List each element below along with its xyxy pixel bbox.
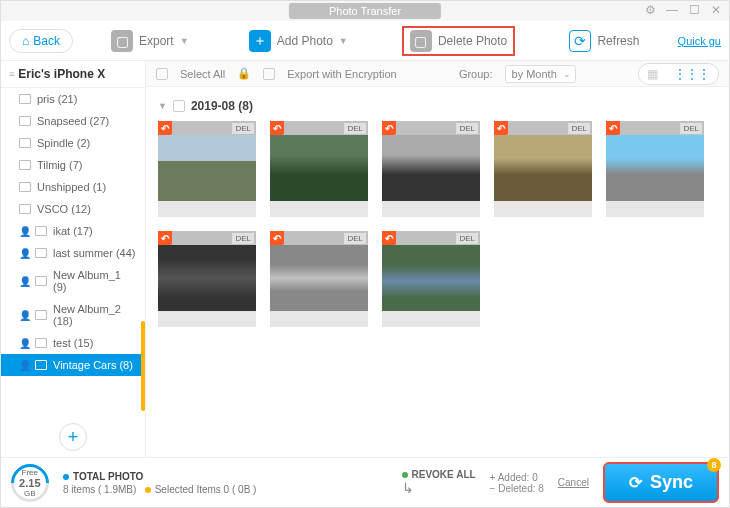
sidebar-item[interactable]: Spindle (2) — [1, 132, 145, 154]
thumb-image — [158, 135, 256, 201]
maximize-icon[interactable]: ☐ — [687, 3, 701, 17]
content-area: ▼ 2019-08 (8) ↶DEL↶DEL↶DEL↶DEL↶DEL↶DEL↶D… — [146, 87, 729, 457]
back-button[interactable]: ⌂ Back — [9, 29, 73, 53]
photo-thumbnail[interactable]: ↶DEL — [382, 231, 480, 327]
export-button[interactable]: ▢ Export ▼ — [105, 26, 195, 56]
photo-thumbnail[interactable]: ↶DEL — [494, 121, 592, 217]
album-icon — [35, 276, 47, 286]
export-icon: ▢ — [111, 30, 133, 52]
quick-guide-link[interactable]: Quick gu — [678, 35, 721, 47]
album-icon — [35, 226, 47, 236]
group-dropdown[interactable]: by Month ⌄ — [505, 65, 576, 83]
settings-icon[interactable]: ⚙ — [643, 3, 657, 17]
close-icon[interactable]: ✕ — [709, 3, 723, 17]
album-icon — [35, 338, 47, 348]
minimize-icon[interactable]: — — [665, 3, 679, 17]
del-badge: DEL — [456, 123, 478, 134]
home-icon: ⌂ — [22, 34, 29, 48]
selected-text: Selected Items 0 ( 0B ) — [155, 484, 257, 495]
sidebar-item[interactable]: VSCO (12) — [1, 198, 145, 220]
deleted-text: − Deleted: 8 — [490, 483, 544, 494]
del-badge: DEL — [680, 123, 702, 134]
sidebar-item-label: ikat (17) — [53, 225, 93, 237]
thumb-footer — [270, 201, 368, 217]
group-value: by Month — [512, 68, 557, 80]
add-photo-icon: ＋ — [249, 30, 271, 52]
total-photo-text: 8 items ( 1.9MB) — [63, 484, 136, 495]
sidebar-item[interactable]: 👤Vintage Cars (8) — [1, 354, 145, 376]
del-badge: DEL — [456, 233, 478, 244]
photo-thumbnail[interactable]: ↶DEL — [158, 231, 256, 327]
refresh-label: Refresh — [597, 34, 639, 48]
view-grid-button[interactable]: ⋮⋮⋮ — [666, 64, 718, 84]
refresh-icon: ⟳ — [569, 30, 591, 52]
thumb-image — [158, 245, 256, 311]
sidebar-item[interactable]: 👤test (15) — [1, 332, 145, 354]
thumb-header: ↶DEL — [382, 121, 480, 135]
album-icon — [35, 248, 47, 258]
sidebar-item[interactable]: Unshipped (1) — [1, 176, 145, 198]
undo-icon[interactable]: ↶ — [270, 121, 284, 135]
sidebar-scrollbar[interactable] — [141, 321, 145, 411]
sidebar-item[interactable]: Tilmig (7) — [1, 154, 145, 176]
album-icon — [19, 160, 31, 170]
cancel-button[interactable]: Cancel — [558, 477, 589, 488]
body: ≡ Eric's iPhone X pris (21)Snapseed (27)… — [1, 61, 729, 457]
main-panel: Select All 🔒 Export with Encryption Grou… — [146, 61, 729, 457]
photo-thumbnail[interactable]: ↶DEL — [270, 231, 368, 327]
thumb-header: ↶DEL — [606, 121, 704, 135]
undo-icon[interactable]: ↶ — [158, 231, 172, 245]
sidebar-item[interactable]: Snapseed (27) — [1, 110, 145, 132]
thumb-image — [382, 245, 480, 311]
thumb-image — [494, 135, 592, 201]
thumb-header: ↶DEL — [158, 231, 256, 245]
device-header[interactable]: ≡ Eric's iPhone X — [1, 61, 145, 88]
window-title: Photo Transfer — [289, 3, 441, 19]
sidebar-item[interactable]: pris (21) — [1, 88, 145, 110]
stats-block: TOTAL PHOTO 8 items ( 1.9MB) Selected It… — [63, 471, 256, 495]
thumb-image — [382, 135, 480, 201]
export-label: Export — [139, 34, 174, 48]
thumb-footer — [494, 201, 592, 217]
delete-photo-icon: ▢ — [410, 30, 432, 52]
photo-thumbnail[interactable]: ↶DEL — [158, 121, 256, 217]
select-all-checkbox[interactable] — [156, 68, 168, 80]
gauge-free-label: Free — [19, 468, 40, 477]
thumb-footer — [606, 201, 704, 217]
undo-icon[interactable]: ↶ — [382, 231, 396, 245]
refresh-button[interactable]: ⟳ Refresh — [563, 26, 645, 56]
photo-thumbnail[interactable]: ↶DEL — [270, 121, 368, 217]
undo-icon[interactable]: ↶ — [382, 121, 396, 135]
sidebar-item[interactable]: 👤New Album_2 (18) — [1, 298, 145, 332]
sub-toolbar: Select All 🔒 Export with Encryption Grou… — [146, 61, 729, 87]
sidebar-item[interactable]: 👤ikat (17) — [1, 220, 145, 242]
group-label: Group: — [459, 68, 493, 80]
add-album-button[interactable]: + — [59, 423, 87, 451]
photo-thumbnail[interactable]: ↶DEL — [606, 121, 704, 217]
thumb-header: ↶DEL — [158, 121, 256, 135]
sync-button[interactable]: ⟳ Sync 8 — [603, 462, 719, 503]
encrypt-checkbox[interactable] — [263, 68, 275, 80]
sidebar-item-label: Snapseed (27) — [37, 115, 109, 127]
person-icon: 👤 — [19, 360, 29, 370]
undo-icon[interactable]: ↶ — [494, 121, 508, 135]
add-photo-label: Add Photo — [277, 34, 333, 48]
sidebar-item-label: VSCO (12) — [37, 203, 91, 215]
revoke-arrow[interactable]: ↳ — [402, 480, 476, 496]
titlebar: Photo Transfer ⚙ — ☐ ✕ — [1, 1, 729, 21]
group-header[interactable]: ▼ 2019-08 (8) — [158, 95, 717, 121]
undo-icon[interactable]: ↶ — [606, 121, 620, 135]
footer: Free 2.15 GB TOTAL PHOTO 8 items ( 1.9MB… — [1, 457, 729, 507]
group-checkbox[interactable] — [173, 100, 185, 112]
undo-icon[interactable]: ↶ — [158, 121, 172, 135]
sidebar-item[interactable]: 👤last summer (44) — [1, 242, 145, 264]
view-large-button[interactable]: ▦ — [639, 64, 666, 84]
photo-thumbnail[interactable]: ↶DEL — [382, 121, 480, 217]
undo-icon[interactable]: ↶ — [270, 231, 284, 245]
sidebar-item[interactable]: 👤New Album_1 (9) — [1, 264, 145, 298]
delete-photo-button[interactable]: ▢ Delete Photo — [402, 26, 515, 56]
sidebar-item-label: test (15) — [53, 337, 93, 349]
add-photo-button[interactable]: ＋ Add Photo ▼ — [243, 26, 354, 56]
sidebar: ≡ Eric's iPhone X pris (21)Snapseed (27)… — [1, 61, 146, 457]
window-controls: ⚙ — ☐ ✕ — [643, 3, 723, 17]
